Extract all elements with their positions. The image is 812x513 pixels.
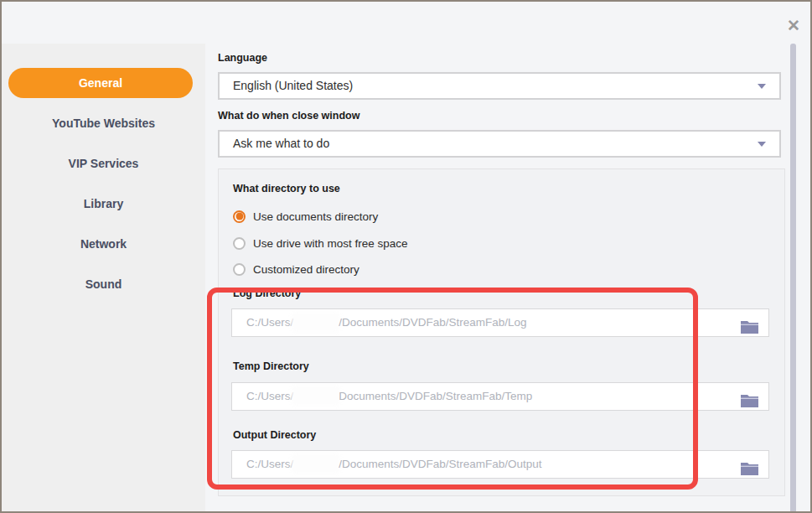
close-icon[interactable]: ✕ xyxy=(783,15,804,37)
path-suffix: /Documents/DVDFab/StreamFab/Log xyxy=(339,316,526,329)
close-window-label: What do when close window xyxy=(218,110,359,122)
folder-icon xyxy=(741,320,758,334)
output-directory-input[interactable]: C:/Users//Documents/DVDFab/StreamFab/Out… xyxy=(231,450,769,479)
language-select[interactable]: English (United States) xyxy=(218,72,781,100)
temp-directory-label: Temp Directory xyxy=(233,360,309,372)
log-directory-label: Log Directory xyxy=(233,288,301,299)
sidebar-item-youtube-websites[interactable]: YouTube Websites xyxy=(2,117,205,130)
folder-icon xyxy=(741,462,758,475)
radio-label: Use drive with most free space xyxy=(253,237,408,250)
temp-directory-input[interactable]: C:/Users/Documents/DVDFab/StreamFab/Temp xyxy=(231,382,769,411)
language-label: Language xyxy=(218,52,267,64)
close-window-select[interactable]: Ask me what to do xyxy=(218,130,781,158)
output-directory-label: Output Directory xyxy=(233,429,316,441)
radio-use-documents-directory[interactable]: Use documents directory xyxy=(233,207,378,225)
path-prefix: C:/Users/ xyxy=(246,390,293,402)
log-directory-input[interactable]: C:/Users//Documents/DVDFab/StreamFab/Log xyxy=(231,308,769,337)
language-value: English (United States) xyxy=(233,79,353,92)
radio-customized-directory[interactable]: Customized directory xyxy=(233,260,359,278)
sidebar-item-network[interactable]: Network xyxy=(2,237,205,251)
directory-panel: What directory to use Use documents dire… xyxy=(218,168,785,496)
browse-folder-button[interactable] xyxy=(741,317,758,330)
sidebar-item-vip-services[interactable]: VIP Services xyxy=(2,157,205,170)
path-prefix: C:/Users/ xyxy=(246,458,293,470)
browse-folder-button[interactable] xyxy=(741,391,758,404)
settings-window: ✕ General YouTube Websites VIP Services … xyxy=(0,0,812,513)
radio-selected-icon xyxy=(233,210,246,223)
sidebar: General YouTube Websites VIP Services Li… xyxy=(2,44,205,513)
chevron-down-icon xyxy=(758,84,766,89)
close-window-value: Ask me what to do xyxy=(233,137,329,150)
radio-unselected-icon xyxy=(233,263,246,276)
redacted-username xyxy=(294,388,338,403)
redacted-username xyxy=(294,314,338,329)
radio-label: Customized directory xyxy=(253,263,359,276)
radio-use-drive-most-free-space[interactable]: Use drive with most free space xyxy=(233,234,408,252)
sidebar-item-library[interactable]: Library xyxy=(2,197,205,210)
sidebar-item-general[interactable]: General xyxy=(8,68,193,98)
redacted-username xyxy=(294,456,338,471)
radio-unselected-icon xyxy=(233,237,246,250)
path-suffix: /Documents/DVDFab/StreamFab/Output xyxy=(339,458,541,470)
path-prefix: C:/Users/ xyxy=(246,316,293,329)
folder-icon xyxy=(741,394,758,407)
chevron-down-icon xyxy=(758,142,766,147)
sidebar-item-sound[interactable]: Sound xyxy=(2,277,205,291)
path-suffix: Documents/DVDFab/StreamFab/Temp xyxy=(339,390,532,402)
directory-panel-title: What directory to use xyxy=(233,183,340,194)
scrollbar[interactable] xyxy=(790,44,796,513)
radio-label: Use documents directory xyxy=(253,210,378,223)
browse-folder-button[interactable] xyxy=(741,459,758,472)
